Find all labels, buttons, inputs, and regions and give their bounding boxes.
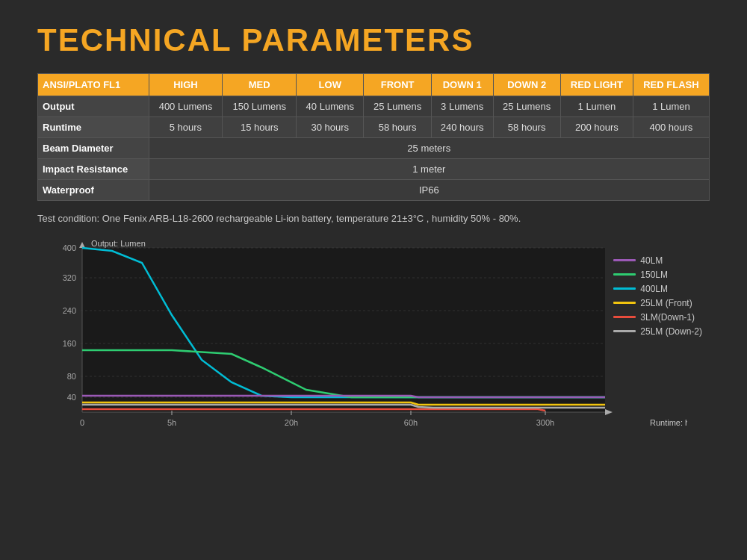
page-title: TECHNICAL PARAMETERS	[37, 22, 710, 58]
legend-line-25lm-front	[613, 302, 636, 304]
chart-legend: 40LM 150LM 400LM 25LM (Front) 3LM(Down-1…	[613, 255, 702, 340]
cell-waterproof-merged: IP66	[149, 180, 709, 201]
legend-line-25lm-down2	[613, 330, 636, 332]
col-header-red-light: RED LIGHT	[560, 74, 633, 96]
table-row: Waterproof IP66	[38, 180, 710, 201]
row-label-beam: Beam Diameter	[38, 138, 149, 159]
legend-item-40lm: 40LM	[613, 255, 702, 266]
legend-label-150lm: 150LM	[640, 270, 668, 280]
legend-item-25lm-front: 25LM (Front)	[613, 298, 702, 308]
cell-output-down1: 3 Lumens	[431, 96, 493, 117]
svg-text:160: 160	[63, 339, 76, 348]
svg-text:300h: 300h	[536, 418, 554, 427]
cell-runtime-red-flash: 400 hours	[633, 117, 709, 138]
legend-line-150lm	[613, 273, 636, 276]
legend-item-400lm: 400LM	[613, 284, 702, 294]
cell-output-red-flash: 1 Lumen	[633, 96, 709, 117]
cell-runtime-med: 15 hours	[223, 117, 297, 138]
svg-text:80: 80	[67, 372, 76, 381]
chart-area: 400 320 240 160 80 40 Output: Lumen 0 5h…	[37, 240, 710, 449]
table-row: Impact Resistance 1 meter	[38, 159, 710, 180]
col-header-front: FRONT	[364, 74, 431, 96]
cell-output-med: 150 Lumens	[223, 96, 297, 117]
cell-runtime-low: 30 hours	[297, 117, 364, 138]
legend-line-400lm	[613, 287, 636, 290]
cell-runtime-front: 58 hours	[364, 117, 431, 138]
svg-marker-25	[79, 242, 85, 248]
x-axis-label: Runtime: hour	[650, 418, 687, 427]
svg-marker-24	[605, 409, 613, 415]
legend-label-3lm-down1: 3LM(Down-1)	[640, 312, 695, 323]
cell-runtime-red-light: 200 hours	[560, 117, 633, 138]
legend-item-150lm: 150LM	[613, 270, 702, 280]
row-label-waterproof: Waterproof	[38, 180, 149, 201]
legend-label-40lm: 40LM	[640, 255, 663, 266]
row-label-output: Output	[38, 96, 149, 117]
cell-output-high: 400 Lumens	[149, 96, 223, 117]
legend-label-25lm-front: 25LM (Front)	[640, 298, 692, 308]
cell-impact-merged: 1 meter	[149, 159, 709, 180]
svg-text:240: 240	[63, 306, 76, 315]
row-label-runtime: Runtime	[38, 117, 149, 138]
legend-label-25lm-down2: 25LM (Down-2)	[640, 326, 702, 337]
svg-text:320: 320	[63, 273, 76, 282]
table-row: Runtime 5 hours 15 hours 30 hours 58 hou…	[38, 117, 710, 138]
cell-output-front: 25 Lumens	[364, 96, 431, 117]
col-header-red-flash: RED FLASH	[633, 74, 709, 96]
table-row: Beam Diameter 25 meters	[38, 138, 710, 159]
legend-label-400lm: 400LM	[640, 284, 668, 294]
cell-output-red-light: 1 Lumen	[560, 96, 633, 117]
cell-beam-merged: 25 meters	[149, 138, 709, 159]
cell-output-down2: 25 Lumens	[493, 96, 560, 117]
svg-text:60h: 60h	[404, 418, 418, 427]
y-axis-label: Output: Lumen	[91, 240, 146, 248]
legend-line-40lm	[613, 259, 636, 261]
col-header-med: MED	[223, 74, 297, 96]
col-header-high: HIGH	[149, 74, 223, 96]
cell-runtime-high: 5 hours	[149, 117, 223, 138]
cell-runtime-down1: 240 hours	[431, 117, 493, 138]
row-label-impact: Impact Resistance	[38, 159, 149, 180]
col-header-down2: DOWN 2	[493, 74, 560, 96]
cell-runtime-down2: 58 hours	[493, 117, 560, 138]
test-condition-text: Test condition: One Fenix ARB-L18-2600 r…	[37, 211, 710, 227]
svg-text:20h: 20h	[285, 418, 298, 427]
svg-text:40: 40	[67, 393, 76, 402]
page-container: TECHNICAL PARAMETERS ANSI/PLATO FL1 HIGH…	[0, 0, 747, 464]
cell-output-low: 40 Lumens	[297, 96, 364, 117]
legend-item-3lm-down1: 3LM(Down-1)	[613, 312, 702, 323]
col-header-low: LOW	[297, 74, 364, 96]
svg-text:5h: 5h	[167, 418, 176, 427]
svg-rect-0	[82, 248, 605, 412]
svg-text:400: 400	[63, 243, 76, 252]
table-row: Output 400 Lumens 150 Lumens 40 Lumens 2…	[38, 96, 710, 117]
runtime-chart: 400 320 240 160 80 40 Output: Lumen 0 5h…	[37, 240, 687, 442]
legend-line-3lm-down1	[613, 316, 636, 318]
legend-item-25lm-down2: 25LM (Down-2)	[613, 326, 702, 337]
params-table: ANSI/PLATO FL1 HIGH MED LOW FRONT DOWN 1…	[37, 73, 710, 201]
col-header-down1: DOWN 1	[431, 74, 493, 96]
svg-text:0: 0	[80, 418, 84, 427]
col-header-ansi: ANSI/PLATO FL1	[38, 74, 149, 96]
